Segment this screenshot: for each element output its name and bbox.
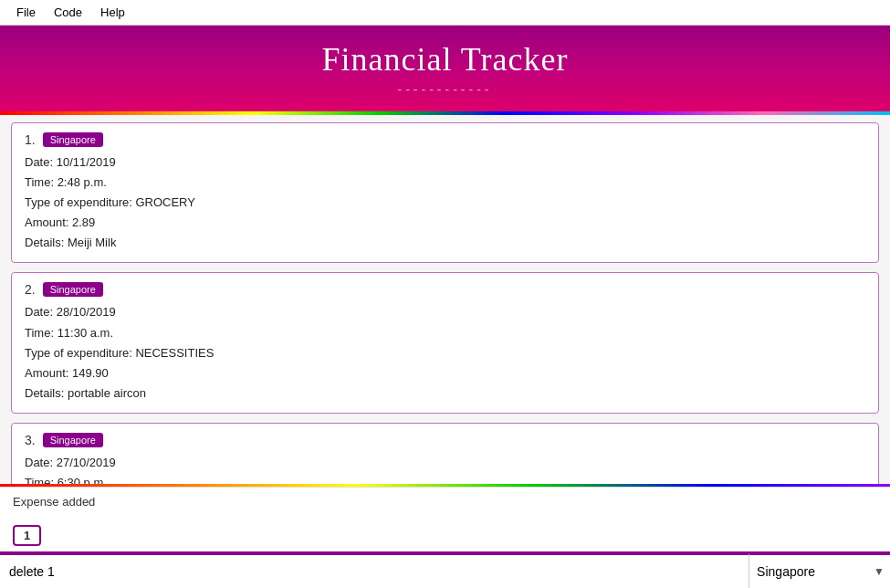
entry-details-1: Details: Meiji Milk — [25, 233, 865, 253]
entry-time-3: Time: 6:30 p.m. — [25, 473, 865, 487]
entry-header-1: 1. Singapore — [25, 132, 865, 147]
menu-file[interactable]: File — [7, 4, 45, 21]
entry-number-2: 2. — [25, 282, 36, 297]
entry-location-badge-3: Singapore — [43, 433, 103, 447]
status-message: Expense added — [13, 495, 95, 509]
main-content: 1. Singapore Date: 10/11/2019 Time: 2:48… — [0, 115, 890, 588]
menu-code[interactable]: Code — [45, 4, 91, 21]
entry-date-3: Date: 27/10/2019 — [25, 453, 865, 473]
entry-type-2: Type of expenditure: NECESSITIES — [25, 343, 865, 363]
entry-number-3: 3. — [25, 433, 36, 447]
chevron-down-icon: ▼ — [868, 565, 890, 578]
input-row: Singapore Malaysia Others ▼ — [0, 551, 890, 588]
list-item: 3. Singapore Date: 27/10/2019 Time: 6:30… — [11, 423, 879, 487]
entry-header-3: 3. Singapore — [25, 433, 865, 447]
header-separator: ------------ — [0, 82, 890, 97]
entry-time-2: Time: 11:30 a.m. — [25, 323, 865, 343]
list-item: 2. Singapore Date: 28/10/2019 Time: 11:3… — [11, 272, 879, 413]
menubar: File Code Help — [0, 0, 890, 26]
expense-list[interactable]: 1. Singapore Date: 10/11/2019 Time: 2:48… — [0, 115, 890, 487]
number-badge: 1 — [13, 525, 41, 546]
app-title: Financial Tracker — [0, 40, 890, 79]
entry-details-2: Details: portable aircon — [25, 383, 865, 404]
entry-number-1: 1. — [25, 132, 36, 147]
entry-location-badge-1: Singapore — [43, 132, 103, 147]
entry-amount-2: Amount: 149.90 — [25, 363, 865, 383]
command-input[interactable] — [0, 553, 749, 588]
app-header: Financial Tracker ------------ — [0, 26, 890, 115]
entry-date-1: Date: 10/11/2019 — [25, 152, 865, 173]
list-item: 1. Singapore Date: 10/11/2019 Time: 2:48… — [11, 122, 879, 263]
menu-help[interactable]: Help — [91, 4, 134, 21]
entry-location-badge-2: Singapore — [43, 282, 103, 297]
status-area: Expense added — [0, 487, 890, 520]
entry-time-1: Time: 2:48 p.m. — [25, 173, 865, 193]
location-select[interactable]: Singapore Malaysia Others — [749, 559, 868, 584]
entry-amount-1: Amount: 2.89 — [25, 213, 865, 233]
badge-area: 1 — [0, 520, 890, 551]
entry-header-2: 2. Singapore — [25, 282, 865, 297]
entry-date-2: Date: 28/10/2019 — [25, 302, 865, 322]
location-select-wrapper: Singapore Malaysia Others ▼ — [749, 553, 890, 588]
entry-type-1: Type of expenditure: GROCERY — [25, 193, 865, 213]
